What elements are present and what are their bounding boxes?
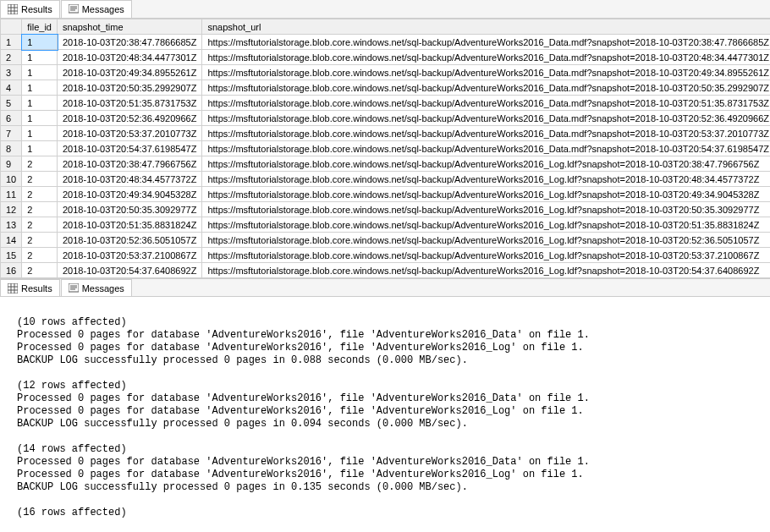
tab-results-top[interactable]: Results xyxy=(0,0,60,18)
results-grid[interactable]: file_id snapshot_time snapshot_url 11201… xyxy=(0,19,770,278)
messages-pane[interactable]: (10 rows affected)Processed 0 pages for … xyxy=(0,297,770,523)
cell-snapshot-time[interactable]: 2018-10-03T20:49:34.9045328Z xyxy=(58,187,202,202)
tab-messages-bottom[interactable]: Messages xyxy=(61,279,132,296)
svg-rect-0 xyxy=(8,4,18,14)
cell-file-id[interactable]: 1 xyxy=(22,126,58,141)
cell-snapshot-time[interactable]: 2018-10-03T20:54:37.6198547Z xyxy=(58,141,202,156)
table-row[interactable]: 1322018-10-03T20:51:35.8831824Zhttps://m… xyxy=(1,217,771,233)
cell-snapshot-url[interactable]: https://msftutorialstorage.blob.core.win… xyxy=(202,80,770,96)
cell-snapshot-time[interactable]: 2018-10-03T20:50:35.2992907Z xyxy=(58,80,202,96)
messages-icon xyxy=(69,4,79,14)
cell-file-id[interactable]: 1 xyxy=(22,141,58,156)
table-row[interactable]: 1222018-10-03T20:50:35.3092977Zhttps://m… xyxy=(1,202,771,217)
row-number-cell[interactable]: 6 xyxy=(1,111,22,126)
column-header-snapshot-url[interactable]: snapshot_url xyxy=(202,19,770,35)
row-number-cell[interactable]: 10 xyxy=(1,172,22,187)
cell-snapshot-time[interactable]: 2018-10-03T20:53:37.2010773Z xyxy=(58,126,202,141)
message-line xyxy=(17,431,763,443)
cell-snapshot-url[interactable]: https://msftutorialstorage.blob.core.win… xyxy=(202,156,770,172)
cell-file-id[interactable]: 1 xyxy=(22,111,58,126)
svg-rect-9 xyxy=(8,283,18,293)
cell-file-id[interactable]: 2 xyxy=(22,172,58,187)
row-number-cell[interactable]: 13 xyxy=(1,217,22,233)
table-row[interactable]: 812018-10-03T20:54:37.6198547Zhttps://ms… xyxy=(1,141,771,156)
cell-snapshot-time[interactable]: 2018-10-03T20:53:37.2100867Z xyxy=(58,248,202,263)
cell-snapshot-url[interactable]: https://msftutorialstorage.blob.core.win… xyxy=(202,202,770,217)
column-header-snapshot-time[interactable]: snapshot_time xyxy=(58,19,202,35)
cell-snapshot-url[interactable]: https://msftutorialstorage.blob.core.win… xyxy=(202,141,770,156)
cell-snapshot-url[interactable]: https://msftutorialstorage.blob.core.win… xyxy=(202,233,770,248)
cell-snapshot-url[interactable]: https://msftutorialstorage.blob.core.win… xyxy=(202,263,770,278)
row-number-cell[interactable]: 1 xyxy=(1,35,22,50)
table-row[interactable]: 112018-10-03T20:38:47.7866685Zhttps://ms… xyxy=(1,35,771,50)
cell-snapshot-url[interactable]: https://msftutorialstorage.blob.core.win… xyxy=(202,96,770,111)
cell-file-id[interactable]: 1 xyxy=(22,65,58,80)
cell-file-id[interactable]: 1 xyxy=(22,35,58,50)
cell-file-id[interactable]: 1 xyxy=(22,80,58,96)
cell-snapshot-url[interactable]: https://msftutorialstorage.blob.core.win… xyxy=(202,111,770,126)
cell-file-id[interactable]: 2 xyxy=(22,156,58,172)
message-line xyxy=(17,494,763,507)
table-row[interactable]: 312018-10-03T20:49:34.8955261Zhttps://ms… xyxy=(1,65,771,80)
table-row[interactable]: 1022018-10-03T20:48:34.4577372Zhttps://m… xyxy=(1,172,771,187)
cell-snapshot-url[interactable]: https://msftutorialstorage.blob.core.win… xyxy=(202,187,770,202)
table-row[interactable]: 1422018-10-03T20:52:36.5051057Zhttps://m… xyxy=(1,233,771,248)
row-number-cell[interactable]: 4 xyxy=(1,80,22,96)
row-number-cell[interactable]: 7 xyxy=(1,126,22,141)
row-number-cell[interactable]: 12 xyxy=(1,202,22,217)
cell-snapshot-url[interactable]: https://msftutorialstorage.blob.core.win… xyxy=(202,35,770,50)
tab-results-bottom[interactable]: Results xyxy=(0,279,60,296)
cell-snapshot-url[interactable]: https://msftutorialstorage.blob.core.win… xyxy=(202,248,770,263)
row-number-cell[interactable]: 8 xyxy=(1,141,22,156)
results-header-row: file_id snapshot_time snapshot_url xyxy=(1,19,771,35)
results-pane-tabstrip-bottom: Results Messages xyxy=(0,278,770,297)
cell-file-id[interactable]: 2 xyxy=(22,187,58,202)
cell-file-id[interactable]: 2 xyxy=(22,248,58,263)
cell-snapshot-time[interactable]: 2018-10-03T20:52:36.4920966Z xyxy=(58,111,202,126)
cell-snapshot-time[interactable]: 2018-10-03T20:48:34.4477301Z xyxy=(58,50,202,65)
table-row[interactable]: 1522018-10-03T20:53:37.2100867Zhttps://m… xyxy=(1,248,771,263)
row-number-cell[interactable]: 11 xyxy=(1,187,22,202)
cell-snapshot-time[interactable]: 2018-10-03T20:38:47.7866685Z xyxy=(58,35,202,50)
cell-snapshot-time[interactable]: 2018-10-03T20:52:36.5051057Z xyxy=(58,233,202,248)
cell-file-id[interactable]: 2 xyxy=(22,217,58,233)
table-row[interactable]: 612018-10-03T20:52:36.4920966Zhttps://ms… xyxy=(1,111,771,126)
grid-icon xyxy=(8,283,18,293)
cell-file-id[interactable]: 1 xyxy=(22,50,58,65)
table-row[interactable]: 922018-10-03T20:38:47.7966756Zhttps://ms… xyxy=(1,156,771,172)
cell-snapshot-url[interactable]: https://msftutorialstorage.blob.core.win… xyxy=(202,172,770,187)
tab-messages-top[interactable]: Messages xyxy=(61,0,132,18)
table-row[interactable]: 712018-10-03T20:53:37.2010773Zhttps://ms… xyxy=(1,126,771,141)
message-line: Processed 0 pages for database 'Adventur… xyxy=(17,342,763,354)
table-row[interactable]: 1122018-10-03T20:49:34.9045328Zhttps://m… xyxy=(1,187,771,202)
cell-snapshot-time[interactable]: 2018-10-03T20:50:35.3092977Z xyxy=(58,202,202,217)
row-number-cell[interactable]: 14 xyxy=(1,233,22,248)
cell-snapshot-url[interactable]: https://msftutorialstorage.blob.core.win… xyxy=(202,65,770,80)
row-number-cell[interactable]: 15 xyxy=(1,248,22,263)
row-number-cell[interactable]: 2 xyxy=(1,50,22,65)
cell-snapshot-time[interactable]: 2018-10-03T20:38:47.7966756Z xyxy=(58,156,202,172)
row-number-cell[interactable]: 9 xyxy=(1,156,22,172)
row-number-cell[interactable]: 5 xyxy=(1,96,22,111)
row-number-header[interactable] xyxy=(1,19,22,35)
cell-snapshot-time[interactable]: 2018-10-03T20:54:37.6408692Z xyxy=(58,263,202,278)
cell-snapshot-time[interactable]: 2018-10-03T20:51:35.8831824Z xyxy=(58,217,202,233)
table-row[interactable]: 1622018-10-03T20:54:37.6408692Zhttps://m… xyxy=(1,263,771,278)
cell-snapshot-url[interactable]: https://msftutorialstorage.blob.core.win… xyxy=(202,50,770,65)
column-header-file-id[interactable]: file_id xyxy=(22,19,58,35)
table-row[interactable]: 512018-10-03T20:51:35.8731753Zhttps://ms… xyxy=(1,96,771,111)
cell-file-id[interactable]: 2 xyxy=(22,233,58,248)
cell-snapshot-url[interactable]: https://msftutorialstorage.blob.core.win… xyxy=(202,217,770,233)
cell-file-id[interactable]: 2 xyxy=(22,263,58,278)
cell-file-id[interactable]: 2 xyxy=(22,202,58,217)
cell-snapshot-time[interactable]: 2018-10-03T20:48:34.4577372Z xyxy=(58,172,202,187)
cell-snapshot-time[interactable]: 2018-10-03T20:49:34.8955261Z xyxy=(58,65,202,80)
message-line xyxy=(17,367,763,380)
table-row[interactable]: 212018-10-03T20:48:34.4477301Zhttps://ms… xyxy=(1,50,771,65)
table-row[interactable]: 412018-10-03T20:50:35.2992907Zhttps://ms… xyxy=(1,80,771,96)
row-number-cell[interactable]: 3 xyxy=(1,65,22,80)
cell-file-id[interactable]: 1 xyxy=(22,96,58,111)
cell-snapshot-url[interactable]: https://msftutorialstorage.blob.core.win… xyxy=(202,126,770,141)
cell-snapshot-time[interactable]: 2018-10-03T20:51:35.8731753Z xyxy=(58,96,202,111)
row-number-cell[interactable]: 16 xyxy=(1,263,22,278)
